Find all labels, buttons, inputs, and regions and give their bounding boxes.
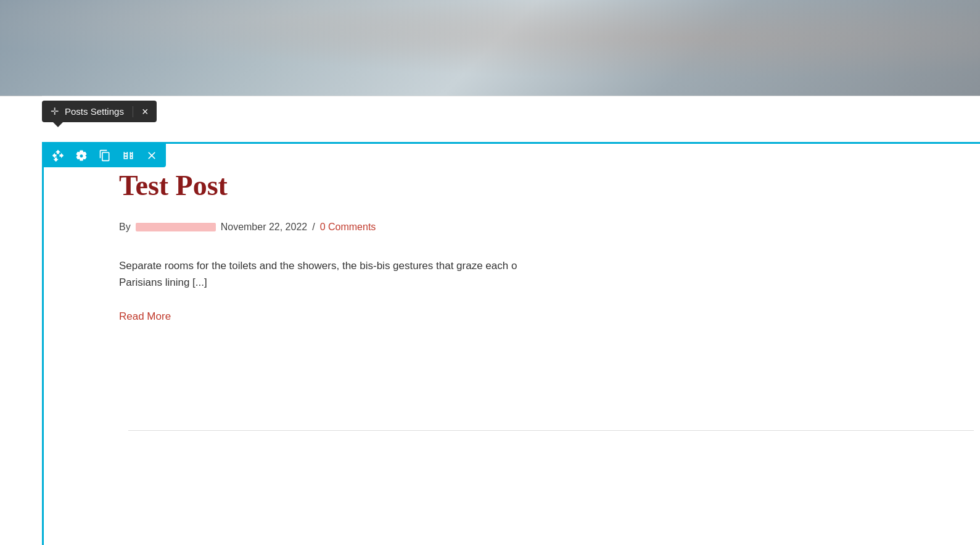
excerpt-line-2: Parisians lining [...] xyxy=(119,277,207,288)
author-name-redacted xyxy=(136,223,216,231)
main-content-area: Test Post By November 22, 2022 / 0 Comme… xyxy=(42,96,980,545)
block-left-border xyxy=(42,142,44,545)
widget-layout-icon[interactable] xyxy=(121,149,135,162)
posts-settings-bar: ✛ Posts Settings × xyxy=(42,101,157,122)
hero-image xyxy=(0,0,980,96)
post-date: November 22, 2022 xyxy=(221,222,308,233)
meta-separator: / xyxy=(312,222,315,233)
posts-settings-label: Posts Settings xyxy=(65,106,124,117)
excerpt-line-1: Separate rooms for the toilets and the s… xyxy=(119,260,517,272)
move-handle-icon[interactable]: ✛ xyxy=(51,106,59,117)
posts-settings-close-button[interactable]: × xyxy=(142,106,149,117)
post-excerpt: Separate rooms for the toilets and the s… xyxy=(119,257,955,291)
post-divider xyxy=(128,430,974,431)
widget-move-icon[interactable] xyxy=(51,149,65,162)
toolbar-separator xyxy=(133,106,133,117)
widget-settings-icon[interactable] xyxy=(75,149,88,162)
post-meta: By November 22, 2022 / 0 Comments xyxy=(119,222,980,233)
by-label: By xyxy=(119,222,131,233)
widget-duplicate-icon[interactable] xyxy=(98,149,112,162)
widget-toolbar xyxy=(44,144,166,167)
post-title: Test Post xyxy=(119,170,980,202)
block-top-border xyxy=(42,142,980,144)
widget-close-icon[interactable] xyxy=(145,149,159,162)
read-more-link[interactable]: Read More xyxy=(119,310,171,323)
comments-link[interactable]: 0 Comments xyxy=(320,222,376,233)
